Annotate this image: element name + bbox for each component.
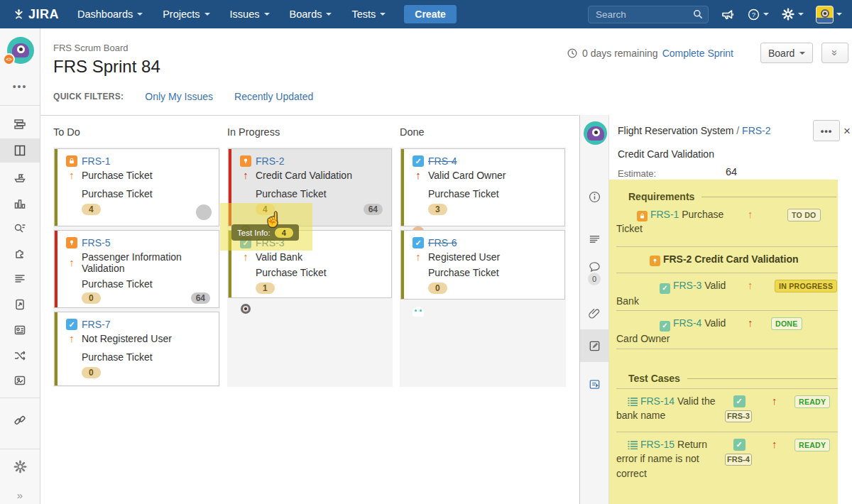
estimate-label: Estimate: xyxy=(618,168,656,179)
status-lozenge-done: DONE xyxy=(771,317,802,330)
sidebar-item-backlog[interactable] xyxy=(0,112,40,136)
priority-up-icon: ↑ xyxy=(748,279,753,291)
priority-up-icon: ↑ xyxy=(240,252,251,262)
issue-summary: Not Registered User xyxy=(82,333,172,344)
priority-up-icon: ↑ xyxy=(66,170,77,180)
jira-logo-text: JIRA xyxy=(28,7,59,22)
project-avatar[interactable]: <> xyxy=(7,37,34,64)
menu-tests[interactable]: Tests xyxy=(351,9,386,20)
sidebar-item-contacts[interactable] xyxy=(0,318,40,342)
issue-summary: Valid Card Owner xyxy=(428,170,506,181)
card-frs-6[interactable]: ✓ FRS-6 ↑ Registered User Purchase Ticke… xyxy=(400,230,565,300)
rail-description-icon[interactable] xyxy=(580,227,608,251)
requirement-row-frs3[interactable]: ✓ FRS-3 Valid Bank ↑ IN PROGRESS xyxy=(616,273,838,311)
create-button[interactable]: Create xyxy=(404,5,457,23)
sidebar-item-shuffle[interactable] xyxy=(0,344,40,368)
search-icon[interactable] xyxy=(692,9,704,20)
user-profile-menu[interactable] xyxy=(816,6,842,23)
test-cases-section-header: Test Cases xyxy=(628,349,838,384)
test-case-row-frs14[interactable]: FRS-14 Valid the bank name ✓ FRS-3 ↑ REA… xyxy=(616,388,838,432)
estimate-badge[interactable]: 0 xyxy=(82,367,101,378)
requirement-key-link[interactable]: FRS-4 xyxy=(673,317,701,329)
test-case-row-frs15[interactable]: FRS-15 Return error if name is not corre… xyxy=(616,432,838,488)
sprint-days-remaining: 0 days remaining Complete Sprint xyxy=(567,48,733,59)
sidebar-item-addons-puzzle[interactable] xyxy=(0,241,40,265)
estimate-badge[interactable]: 0 xyxy=(82,292,101,304)
sidebar-item-releases[interactable] xyxy=(0,165,40,190)
sidebar-item-issues-search[interactable] xyxy=(0,217,40,241)
divider xyxy=(0,398,40,398)
column-header-inprogress: In Progress xyxy=(227,126,280,138)
requirement-key: FRS-2 xyxy=(663,253,692,265)
requirement-key-link[interactable]: FRS-3 xyxy=(673,280,701,291)
sidebar-item-media[interactable] xyxy=(0,368,40,393)
story-lock-icon xyxy=(637,211,648,221)
issue-actions-button[interactable]: ••• xyxy=(813,120,840,141)
issue-key-link[interactable]: FRS-1 xyxy=(82,155,110,167)
card-frs-4[interactable]: ✓ FRS-4 ↑ Valid Card Owner Purchase Tick… xyxy=(400,148,565,226)
estimate-badge[interactable]: 1 xyxy=(256,283,275,294)
collapse-header-button[interactable]: » xyxy=(821,43,848,63)
priority-up-icon: ↑ xyxy=(66,258,77,268)
sidebar-item-links[interactable] xyxy=(0,408,40,432)
time-badge: 64 xyxy=(191,292,210,304)
test-case-key-link[interactable]: FRS-14 xyxy=(640,395,674,407)
announcements-megaphone-icon[interactable] xyxy=(721,7,735,21)
estimate-badge[interactable]: 3 xyxy=(428,204,447,215)
card-frs-1[interactable]: FRS-1 ↑ Purchase Ticket Purchase Ticket … xyxy=(54,148,219,226)
test-case-key-link[interactable]: FRS-15 xyxy=(640,439,674,450)
estimate-badge[interactable]: 0 xyxy=(428,283,447,294)
issue-key-link[interactable]: FRS-4 xyxy=(428,155,457,167)
menu-projects[interactable]: Projects xyxy=(163,9,209,20)
issue-key-link[interactable]: FRS-2 xyxy=(256,155,284,167)
sidebar-settings-gear[interactable] xyxy=(0,454,40,478)
issue-summary: Registered User xyxy=(428,251,500,263)
test-info-count-pill: 4 xyxy=(275,228,293,238)
close-icon[interactable]: × xyxy=(843,124,851,138)
sidebar-more-button[interactable]: ••• xyxy=(0,78,40,95)
sidebar-item-reports[interactable] xyxy=(0,192,40,216)
requirement-key-link[interactable]: FRS-1 xyxy=(650,209,679,220)
linked-requirement-badge[interactable]: FRS-4 xyxy=(725,454,752,466)
rail-activity-icon[interactable] xyxy=(580,372,608,396)
detail-panel-rail: 0 xyxy=(579,115,609,504)
filter-recently-updated[interactable]: Recently Updated xyxy=(234,91,313,102)
sidebar-expand-button[interactable]: » xyxy=(0,489,40,501)
issue-key-link[interactable]: FRS-7 xyxy=(82,319,110,330)
board-menu-button[interactable]: Board xyxy=(760,43,813,63)
rail-edit-icon[interactable] xyxy=(580,329,608,362)
card-frs-5[interactable]: FRS-5 ↑ Passenger Information Validation… xyxy=(54,230,219,308)
divider xyxy=(40,115,579,116)
menu-boards[interactable]: Boards xyxy=(290,9,332,20)
sidebar-item-active-sprints[interactable] xyxy=(0,138,40,163)
issue-key-link[interactable]: FRS-5 xyxy=(82,237,110,248)
card-frs-7[interactable]: ✓ FRS-7 ↑ Not Registered User Purchase T… xyxy=(54,312,219,386)
issue-key-link[interactable]: FRS-6 xyxy=(428,237,457,248)
help-menu[interactable]: ? xyxy=(747,8,769,21)
card-color-strip xyxy=(401,149,404,226)
breadcrumb-project: Flight Reservation System xyxy=(618,125,733,136)
requirement-row-frs1[interactable]: FRS-1 Purchase Ticket ↑ TO DO xyxy=(616,202,838,247)
sidebar-item-components[interactable] xyxy=(0,267,40,291)
filter-only-my-issues[interactable]: Only My Issues xyxy=(145,91,213,102)
column-header-done: Done xyxy=(400,126,425,138)
complete-sprint-link[interactable]: Complete Sprint xyxy=(662,48,733,59)
rail-attachments-icon[interactable] xyxy=(580,301,608,325)
linked-requirement-badge[interactable]: FRS-3 xyxy=(725,410,752,422)
chevron-down-icon xyxy=(326,13,332,16)
rail-info-icon[interactable] xyxy=(580,185,608,209)
settings-gear-menu[interactable] xyxy=(781,7,804,21)
priority-up-icon: ↑ xyxy=(772,395,777,407)
estimate-badge[interactable]: 4 xyxy=(82,204,101,215)
requirement-row-frs4[interactable]: ✓ FRS-4 Valid Card Owner ↑ DONE xyxy=(616,311,838,349)
search-input[interactable] xyxy=(588,6,709,23)
requirement-row-frs2[interactable]: FRS-2 Credit Card Validation xyxy=(616,247,838,273)
sidebar-item-pages[interactable] xyxy=(0,292,40,317)
menu-issues[interactable]: Issues xyxy=(230,9,270,20)
breadcrumb-issue-key[interactable]: FRS-2 xyxy=(742,125,770,136)
column-done: ✓ FRS-4 ↑ Valid Card Owner Purchase Tick… xyxy=(400,147,566,387)
menu-dashboards[interactable]: Dashboards xyxy=(77,9,143,20)
chevron-down-icon xyxy=(836,13,842,16)
chevron-down-icon xyxy=(380,13,386,16)
jira-logo[interactable]: JIRA xyxy=(13,7,59,22)
